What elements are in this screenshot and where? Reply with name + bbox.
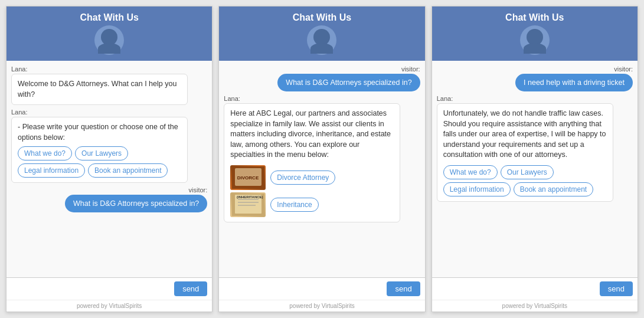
option-3-our-lawyers[interactable]: Our Lawyers xyxy=(501,165,554,179)
inheritance-image: (INHERITANCE) xyxy=(230,192,266,217)
avatar-1 xyxy=(94,25,124,55)
chat-title-1: Chat With Us xyxy=(80,12,138,23)
send-button-2[interactable]: send xyxy=(387,281,420,296)
bubble-visitor-1: What is D&G Attorneys specialized in? xyxy=(65,195,207,212)
input-area-3: send xyxy=(432,277,638,300)
option-legal-info[interactable]: Legal information xyxy=(18,163,85,178)
divorce-option: DIVORCE Divorce Attorney xyxy=(230,165,394,190)
messages-1: Lana: Welcome to D&G Attorneys. What can… xyxy=(6,61,212,277)
bubble-lana-1b: - Please write your question or choose o… xyxy=(11,117,188,183)
sender-label-3: Lana: xyxy=(437,95,613,102)
option-our-lawyers[interactable]: Our Lawyers xyxy=(75,146,128,160)
input-area-2: send xyxy=(219,277,424,300)
lana-text-3: Unfortunately, we do not handle traffic … xyxy=(443,109,606,159)
svg-text:(INHERITANCE): (INHERITANCE) xyxy=(237,195,263,199)
lana-msg-1a: Lana: Welcome to D&G Attorneys. What can… xyxy=(11,65,188,105)
chat-input-3[interactable] xyxy=(437,284,596,293)
option-book-appt-1[interactable]: Book an appointment xyxy=(88,163,168,178)
svg-text:DIVORCE: DIVORCE xyxy=(237,175,259,181)
visitor-label-3: visitor: xyxy=(515,65,633,73)
option-buttons-3: What we do? Our Lawyers Legal informatio… xyxy=(443,165,607,196)
chat-title-2: Chat With Us xyxy=(293,12,351,23)
lana-text-2: Here at ABC Legal, our partners and asso… xyxy=(230,109,391,159)
bubble-lana-2: Here at ABC Legal, our partners and asso… xyxy=(224,103,400,222)
visitor-msg-1: visitor: What is D&G Attorneys specializ… xyxy=(65,186,207,212)
footer-1: powered by VirtualSpirits xyxy=(6,300,212,312)
option-what-we-do[interactable]: What we do? xyxy=(18,146,72,160)
chat-header-1: Chat With Us xyxy=(6,6,212,61)
chat-header-3: Chat With Us xyxy=(432,6,638,61)
divorce-btn[interactable]: Divorce Attorney xyxy=(270,171,335,185)
inheritance-option: (INHERITANCE) Inheritance xyxy=(230,192,394,217)
sender-label-2: Lana: xyxy=(224,95,400,102)
bubble-visitor-2: What is D&G Attorneys specialized in? xyxy=(277,74,420,91)
chat-input-1[interactable] xyxy=(11,284,171,293)
avatar-2 xyxy=(307,25,336,55)
send-button-1[interactable]: send xyxy=(174,281,207,296)
send-button-3[interactable]: send xyxy=(600,281,633,296)
avatar-3 xyxy=(520,25,550,55)
footer-2: powered by VirtualSpirits xyxy=(219,300,424,312)
lana-msg-3: Lana: Unfortunately, we do not handle tr… xyxy=(437,95,613,202)
option-buttons-1: What we do? Our Lawyers Legal informatio… xyxy=(18,146,181,178)
sender-label-1b: Lana: xyxy=(11,109,188,116)
lana-text-1b: - Please write your question or choose o… xyxy=(18,123,178,142)
lana-msg-1b: Lana: - Please write your question or ch… xyxy=(11,109,188,183)
divorce-image: DIVORCE xyxy=(230,165,266,190)
visitor-label-1: visitor: xyxy=(65,186,207,194)
image-options: DIVORCE Divorce Attorney xyxy=(230,165,394,217)
option-3-legal-info[interactable]: Legal information xyxy=(443,182,511,196)
chat-widget-1: Chat With Us Lana: Welcome to D&G Attorn… xyxy=(6,6,213,312)
chat-header-2: Chat With Us xyxy=(219,6,424,61)
inheritance-btn[interactable]: Inheritance xyxy=(270,198,318,212)
option-3-what-we-do[interactable]: What we do? xyxy=(443,165,498,179)
messages-2: visitor: What is D&G Attorneys specializ… xyxy=(219,61,424,277)
chat-widget-3: Chat With Us visitor: I need help with a… xyxy=(431,6,638,312)
bubble-lana-3: Unfortunately, we do not handle traffic … xyxy=(437,103,613,202)
bubble-visitor-3: I need help with a driving ticket xyxy=(515,74,633,91)
bubble-lana-1a: Welcome to D&G Attorneys. What can I hel… xyxy=(11,74,188,105)
messages-3: visitor: I need help with a driving tick… xyxy=(432,61,638,277)
option-3-book-appt[interactable]: Book an appointment xyxy=(514,182,593,196)
input-area-1: send xyxy=(6,277,212,300)
lana-msg-2: Lana: Here at ABC Legal, our partners an… xyxy=(224,95,400,222)
sender-label: Lana: xyxy=(11,65,188,73)
chat-title-3: Chat With Us xyxy=(505,12,564,23)
footer-3: powered by VirtualSpirits xyxy=(432,300,638,312)
visitor-msg-2: visitor: What is D&G Attorneys specializ… xyxy=(277,65,420,91)
chat-input-2[interactable] xyxy=(224,284,383,293)
visitor-msg-3: visitor: I need help with a driving tick… xyxy=(515,65,633,91)
visitor-label-2: visitor: xyxy=(277,65,420,73)
chat-widget-2: Chat With Us visitor: What is D&G Attorn… xyxy=(218,6,425,312)
